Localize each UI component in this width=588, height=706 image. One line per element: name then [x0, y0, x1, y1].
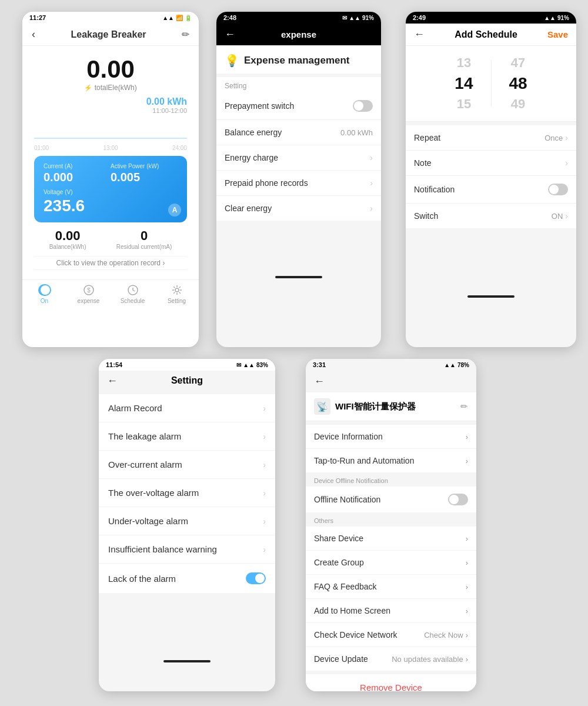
- energy-charge-row[interactable]: Energy charge ›: [216, 145, 381, 171]
- nav-item-on[interactable]: On: [22, 284, 66, 304]
- clock-icon: [126, 284, 139, 297]
- edit-icon[interactable]: ✏: [182, 29, 189, 40]
- prepaid-phone-row[interactable]: Prepaid phone records ›: [216, 171, 381, 196]
- share-device-row[interactable]: Share Device ›: [306, 527, 476, 551]
- chevron-overcurrent: ›: [263, 460, 266, 469]
- chevron-leakage: ›: [263, 432, 266, 441]
- chevron-switch: ›: [565, 211, 568, 221]
- device-title-row: 📡 WIFI智能计量保护器 ✏: [306, 392, 476, 421]
- chevron-undervoltage: ›: [263, 517, 266, 526]
- back-btn-4[interactable]: ←: [107, 375, 118, 387]
- device-update-row[interactable]: Device Update No updates available ›: [306, 647, 476, 671]
- home-bar-3: [467, 295, 514, 298]
- status-icons-4: ✉ ▲▲ 83%: [236, 362, 268, 368]
- add-home-row[interactable]: Add to Home Screen ›: [306, 599, 476, 623]
- energy-chart: [34, 118, 187, 141]
- repeat-value: Once: [544, 134, 563, 142]
- back-btn-2[interactable]: ←: [225, 28, 235, 41]
- faq-row[interactable]: FAQ & Feedback ›: [306, 575, 476, 599]
- msg-icon-4: ✉: [236, 362, 241, 368]
- power-metric: Active Power (kW) 0.005: [111, 163, 178, 184]
- battery-icon: 🔋: [185, 15, 192, 21]
- leakage-alarm-row[interactable]: The leakage alarm ›: [99, 422, 275, 451]
- back-btn-5[interactable]: ←: [314, 375, 325, 388]
- create-group-row[interactable]: Create Group ›: [306, 551, 476, 575]
- min-mid: 48: [509, 74, 527, 93]
- notification-toggle[interactable]: [548, 184, 568, 195]
- overvoltage-alarm-row[interactable]: The over-voltage alarm ›: [99, 479, 275, 507]
- msg-icon: ✉: [342, 15, 347, 21]
- status-bar-3: 2:49 ▲▲ 91%: [406, 12, 576, 24]
- minute-column[interactable]: 47 48 49: [509, 55, 527, 112]
- check-network-row[interactable]: Check Device Network Check Now ›: [306, 623, 476, 647]
- back-icon[interactable]: ‹: [32, 28, 35, 41]
- lack-alarm-row[interactable]: Lack of the alarm: [99, 564, 275, 593]
- offline-notification-row[interactable]: Offline Notification: [306, 487, 476, 512]
- status-icons-5: ▲▲ 78%: [444, 362, 469, 368]
- check-network-value: Check Now ›: [424, 631, 468, 640]
- phone3-schedule: 2:49 ▲▲ 91% ← Add Schedule Save 13 14 15…: [406, 12, 576, 347]
- stats-row: 0.00 Balance(kWh) 0 Residual current(mA): [34, 228, 187, 250]
- alarm-record-row[interactable]: Alarm Record ›: [99, 394, 275, 422]
- prepayment-switch-row[interactable]: Prepayment switch: [216, 92, 381, 120]
- total-ele-label: ⚡ totalEle(kWh): [34, 84, 187, 92]
- signal-icon-5: ▲▲: [444, 362, 456, 368]
- signal-icon-4: ▲▲: [243, 362, 255, 368]
- switch-row[interactable]: Switch ON ›: [406, 204, 576, 228]
- insufficient-balance-row[interactable]: Insufficient balance warning ›: [99, 535, 275, 564]
- phone4-setting: 11:54 ✉ ▲▲ 83% ← Setting Alarm Record › …: [99, 359, 275, 691]
- gear-icon: [171, 284, 183, 297]
- repeat-row[interactable]: Repeat Once ›: [406, 125, 576, 151]
- overcurrent-alarm-row[interactable]: Over-current alarm ›: [99, 451, 275, 479]
- chevron-update: ›: [466, 655, 468, 664]
- back-btn-3[interactable]: ←: [414, 28, 425, 41]
- phone4-nav-header: ← Setting: [99, 371, 275, 391]
- lack-alarm-toggle[interactable]: [246, 572, 266, 584]
- hour-column[interactable]: 13 14 15: [455, 55, 473, 112]
- toggle-icon: [38, 284, 51, 297]
- battery-icon-5: 78%: [457, 362, 469, 368]
- device-name: WIFI智能计量保护器: [335, 401, 460, 412]
- prepayment-toggle[interactable]: [353, 100, 373, 112]
- save-button[interactable]: Save: [547, 29, 568, 39]
- nav-item-expense[interactable]: $ expense: [66, 284, 111, 304]
- notification-row[interactable]: Notification: [406, 176, 576, 204]
- hour-bot: 15: [457, 96, 471, 112]
- status-icons-3: ▲▲ 91%: [544, 15, 569, 21]
- time-2: 2:48: [223, 14, 236, 21]
- others-section-label: Others: [306, 512, 476, 527]
- svg-line-5: [133, 290, 135, 291]
- chevron-clear-energy: ›: [370, 204, 373, 213]
- time-5: 3:31: [313, 361, 326, 368]
- chevron-check-net: ›: [466, 631, 468, 640]
- hour-mid: 14: [455, 74, 473, 93]
- setting-group-label: Setting: [216, 77, 381, 92]
- min-bot: 49: [511, 96, 525, 112]
- undervoltage-alarm-row[interactable]: Under-voltage alarm ›: [99, 507, 275, 535]
- svg-text:$: $: [87, 287, 91, 294]
- clear-energy-row[interactable]: Clear energy ›: [216, 196, 381, 221]
- blue-a-badge: A: [168, 204, 181, 217]
- current-metric: Current (A) 0.000: [44, 163, 111, 184]
- chevron-note: ›: [565, 158, 568, 168]
- page-title-2: expense: [240, 29, 358, 39]
- device-info-row[interactable]: Device Information ›: [306, 425, 476, 449]
- offline-toggle[interactable]: [448, 494, 468, 505]
- tap-to-run-row[interactable]: Tap-to-Run and Automation ›: [306, 449, 476, 472]
- phone1-leakage-breaker: 11:27 ▲▲ 📶 🔋 ‹ Leakage Breaker ✏ 0.00 ⚡ …: [22, 12, 199, 347]
- voltage-metric: Voltage (V) 235.6: [44, 189, 178, 215]
- nav-item-schedule[interactable]: Schedule: [111, 284, 155, 304]
- remove-device-button[interactable]: Remove Device: [306, 674, 476, 691]
- battery-icon-2: 91%: [362, 15, 374, 21]
- alarm-list: Alarm Record › The leakage alarm › Over-…: [99, 394, 275, 593]
- chevron-faq: ›: [466, 582, 468, 591]
- chevron-add-home: ›: [466, 607, 468, 615]
- expense-section-title: Expense management: [244, 55, 350, 66]
- status-icons-1: ▲▲ 📶 🔋: [162, 15, 192, 21]
- nav-item-setting[interactable]: Setting: [155, 284, 199, 304]
- note-row[interactable]: Note ›: [406, 151, 576, 176]
- signal-icon-3: ▲▲: [544, 15, 556, 21]
- operation-record-link[interactable]: Click to view the operation record ›: [34, 256, 187, 270]
- chevron-alarm-record: ›: [263, 404, 266, 413]
- edit-device-icon[interactable]: ✏: [460, 401, 468, 412]
